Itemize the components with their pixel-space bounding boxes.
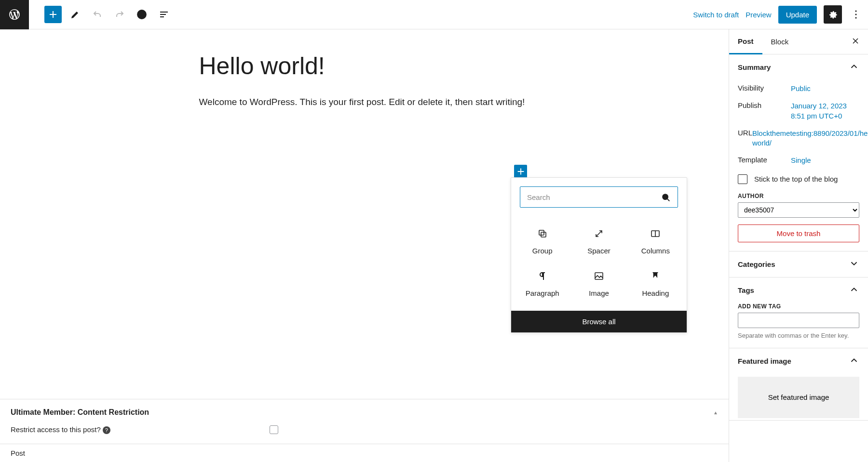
stick-label: Stick to the top of the blog (754, 175, 838, 183)
browse-all-button[interactable]: Browse all (511, 311, 687, 332)
add-tag-input[interactable] (738, 313, 859, 328)
undo-button[interactable] (89, 6, 106, 23)
svg-rect-13 (595, 273, 603, 279)
top-toolbar: Switch to draft Preview Update (0, 0, 868, 29)
restrict-label: Restrict access to this post?? (11, 425, 110, 434)
block-label: Paragraph (526, 289, 559, 297)
tab-block[interactable]: Block (762, 30, 798, 53)
url-label: URL (738, 129, 752, 148)
block-label: Group (532, 247, 553, 255)
svg-point-3 (855, 10, 856, 12)
post-paragraph[interactable]: Welcome to WordPress. This is your first… (199, 96, 530, 109)
tags-body: ADD NEW TAG Separate with commas or the … (729, 303, 868, 348)
panel-header[interactable]: Ultimate Member: Content Restriction ▲ (0, 399, 729, 425)
help-icon[interactable]: ? (103, 426, 110, 434)
svg-rect-8 (539, 230, 544, 235)
inserter-search-input[interactable] (520, 186, 678, 208)
footer-post-tab[interactable]: Post (0, 444, 729, 462)
panel-collapse-icon[interactable]: ▲ (713, 410, 718, 415)
group-icon (537, 228, 548, 241)
switch-to-draft-link[interactable]: Switch to draft (693, 11, 739, 19)
block-paragraph[interactable]: Paragraph (514, 263, 570, 305)
tags-hint: Separate with commas or the Enter key. (738, 328, 859, 339)
update-button[interactable]: Update (778, 6, 817, 24)
block-inserter-popover: Group Spacer Columns Paragraph Image (511, 177, 687, 333)
author-label: AUTHOR (738, 193, 859, 202)
toolbar-right: Switch to draft Preview Update (693, 5, 863, 24)
chevron-up-icon (849, 355, 859, 367)
inserter-search-wrap (511, 178, 687, 216)
featured-body: Set featured image (729, 377, 868, 420)
publish-value[interactable]: January 12, 2023 8:51 pm UTC+0 (791, 101, 859, 121)
image-icon (593, 270, 605, 283)
svg-point-5 (855, 17, 856, 18)
tags-section: Tags ADD NEW TAG Separate with commas or… (729, 277, 868, 348)
document-outline-button[interactable] (155, 6, 173, 23)
visibility-value[interactable]: Public (791, 84, 859, 93)
block-columns[interactable]: Columns (627, 220, 684, 263)
block-label: Spacer (587, 247, 610, 255)
block-group[interactable]: Group (514, 220, 570, 263)
publish-label: Publish (738, 101, 791, 121)
categories-header[interactable]: Categories (729, 251, 868, 277)
url-value[interactable]: Blockthemetesting:8890/2023/01/hello-wor… (752, 129, 868, 148)
content-restriction-panel: Ultimate Member: Content Restriction ▲ R… (0, 399, 729, 462)
more-options-button[interactable] (849, 5, 863, 24)
stick-checkbox[interactable] (738, 174, 747, 184)
post-title[interactable]: Hello world! (199, 52, 530, 80)
block-label: Columns (641, 247, 670, 255)
summary-section: Summary VisibilityPublic PublishJanuary … (729, 54, 868, 251)
inline-inserter-button[interactable] (514, 165, 527, 178)
editor-canvas: Hello world! Welcome to WordPress. This … (0, 29, 729, 462)
heading-icon (650, 270, 661, 283)
featured-image-section: Featured image Set featured image (729, 348, 868, 421)
set-featured-image-button[interactable]: Set featured image (738, 377, 859, 418)
svg-point-4 (855, 13, 856, 15)
preview-link[interactable]: Preview (746, 11, 771, 19)
edit-mode-button[interactable] (67, 6, 84, 23)
spacer-icon (593, 228, 605, 241)
summary-body: VisibilityPublic PublishJanuary 12, 2023… (729, 80, 868, 251)
toolbar-left (0, 0, 173, 29)
wordpress-logo[interactable] (0, 0, 29, 29)
featured-header[interactable]: Featured image (729, 348, 868, 374)
chevron-down-icon (849, 258, 859, 270)
template-label: Template (738, 156, 791, 165)
move-to-trash-button[interactable]: Move to trash (738, 224, 859, 242)
paragraph-icon (537, 270, 548, 283)
main-area: Hello world! Welcome to WordPress. This … (0, 29, 868, 462)
close-sidebar-button[interactable] (843, 30, 868, 53)
post-content: Hello world! Welcome to WordPress. This … (199, 29, 530, 109)
visibility-label: Visibility (738, 84, 791, 93)
block-image[interactable]: Image (570, 263, 627, 305)
document-info-button[interactable] (133, 6, 150, 23)
panel-body: Restrict access to this post?? (0, 425, 729, 444)
svg-line-10 (596, 231, 602, 237)
author-select[interactable]: dee35007 (738, 202, 859, 218)
chevron-up-icon (849, 61, 859, 73)
template-value[interactable]: Single (791, 156, 859, 165)
settings-button[interactable] (824, 5, 842, 24)
redo-button[interactable] (111, 6, 128, 23)
block-label: Heading (642, 289, 669, 297)
summary-header[interactable]: Summary (729, 54, 868, 80)
columns-icon (650, 228, 661, 241)
tab-post[interactable]: Post (729, 29, 762, 54)
restrict-checkbox[interactable] (270, 425, 278, 434)
tags-header[interactable]: Tags (729, 277, 868, 303)
panel-title: Ultimate Member: Content Restriction (11, 408, 149, 417)
categories-section: Categories (729, 251, 868, 277)
stick-row: Stick to the top of the blog (738, 170, 859, 193)
block-spacer[interactable]: Spacer (570, 220, 627, 263)
chevron-up-icon (849, 284, 859, 296)
svg-rect-9 (541, 232, 546, 237)
sidebar-tabs: Post Block (729, 29, 868, 54)
add-block-button[interactable] (44, 6, 62, 23)
block-label: Image (589, 289, 609, 297)
settings-sidebar: Post Block Summary VisibilityPublic Publ… (729, 29, 868, 462)
block-heading[interactable]: Heading (627, 263, 684, 305)
inserter-blocks-grid: Group Spacer Columns Paragraph Image (511, 216, 687, 311)
add-tag-label: ADD NEW TAG (738, 303, 859, 313)
